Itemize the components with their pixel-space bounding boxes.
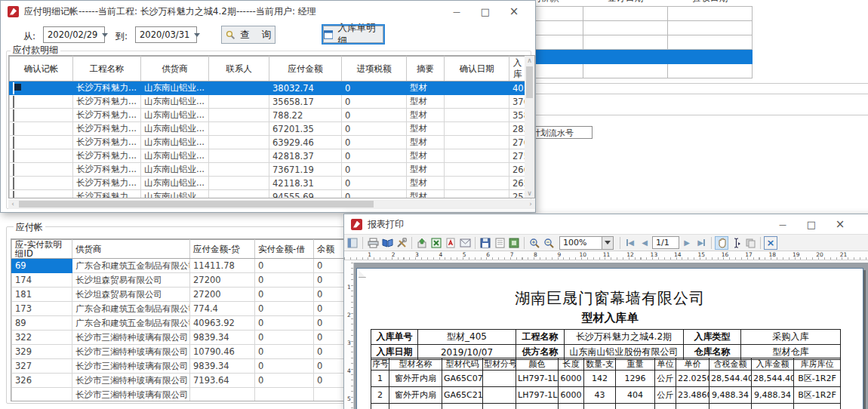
cell-supplier[interactable]: 广东合和建筑五金制品有限公司 (72, 302, 190, 316)
cell-supplier[interactable]: 长沙市三湘特种玻璃有限公司 (72, 359, 190, 374)
payables-row[interactable]: 长沙市三湘特种玻璃有限公司 (12, 388, 382, 402)
cell-supplier[interactable]: 山东南山铝业... (141, 190, 209, 199)
cell-contact[interactable] (209, 81, 269, 95)
cell-contact[interactable] (209, 149, 269, 163)
next-page-button[interactable]: ▶ (680, 236, 694, 250)
window1-titlebar[interactable]: 应付明细记帐------当前工程: 长沙万科魅力之城4.2期------当前用户… (1, 1, 535, 22)
close-button[interactable]: × (826, 215, 854, 233)
cell-tax[interactable]: 0 (342, 109, 407, 122)
detail-row[interactable]: 长沙万科魅力... 山东南山铝业... 35658.17 0 型材 376 (10, 95, 526, 109)
detail-column-header[interactable]: 入库 (509, 57, 526, 81)
cell-supplier[interactable]: 山东南山铝业... (141, 109, 209, 122)
confirm-checkbox[interactable] (13, 109, 14, 121)
cell-amount[interactable]: 42118.31 (269, 177, 342, 190)
cell-confirm-date[interactable] (445, 177, 509, 190)
entry-detail-button[interactable]: 入库单明细 (323, 26, 383, 43)
cell-tax[interactable]: 0 (342, 81, 407, 95)
cell-summary[interactable]: 型材 (407, 95, 445, 109)
detail-column-header[interactable]: 应付金额 (269, 57, 342, 81)
cell-id[interactable] (12, 388, 72, 402)
detail-row[interactable]: 长沙万科魅力... 山东南山铝业... 63929.46 0 型材 276 (10, 136, 526, 149)
detail-column-header[interactable]: 确认记帐 (10, 57, 73, 81)
cell-credit[interactable]: 11411.78 (190, 259, 255, 273)
contract-table-row[interactable] (499, 49, 753, 63)
archive-icon[interactable] (507, 236, 521, 250)
book-icon[interactable] (380, 236, 394, 250)
cell-confirm[interactable] (10, 163, 73, 177)
cell-amount[interactable]: 73671.19 (269, 163, 342, 177)
scroll-left-icon[interactable]: ‹ (8, 199, 17, 209)
first-page-button[interactable]: ◀ (623, 236, 637, 250)
payables-row[interactable]: 89 广东合和建筑五金制品有限公司 40963.92 0 0 (12, 316, 382, 331)
page-setup-icon[interactable] (493, 236, 506, 250)
cell-debit[interactable]: 0 (255, 331, 314, 345)
detail-row[interactable]: 长沙万科魅力... 山东南山铝业... 42818.37 0 型材 275 (10, 149, 526, 163)
scroll-right-icon[interactable]: › (526, 199, 535, 209)
confirm-checkbox[interactable] (13, 164, 14, 176)
cell-credit[interactable]: 27200 (190, 273, 255, 288)
confirm-checkbox[interactable] (13, 96, 14, 108)
cell-id[interactable]: 322 (12, 331, 72, 345)
cell-entry-no[interactable]: 358 (509, 109, 526, 122)
scrollbar-thumb[interactable] (526, 66, 533, 98)
cell-tax[interactable]: 0 (342, 95, 407, 109)
cell-id[interactable]: 69 (12, 259, 72, 273)
cell-id[interactable]: 89 (12, 316, 72, 331)
cell-debit[interactable]: 0 (255, 359, 314, 374)
cell-contact[interactable] (209, 95, 269, 109)
text-select-icon[interactable] (729, 236, 743, 250)
contract-table-row[interactable] (499, 63, 753, 78)
cell-id[interactable]: 329 (12, 345, 72, 359)
cell-credit[interactable]: 7193.64 (190, 374, 255, 388)
cell-supplier[interactable]: 山东南山铝业... (141, 81, 209, 95)
maximize-button[interactable]: □ (797, 215, 826, 233)
cell-tax[interactable]: 0 (342, 190, 407, 199)
cell-entry-no[interactable]: 266 (509, 163, 526, 177)
detail-column-header[interactable]: 工程名称 (73, 57, 141, 81)
last-page-button[interactable]: ▶ (694, 236, 708, 250)
cell-project[interactable]: 长沙万科魅力... (73, 136, 141, 149)
cell-project[interactable]: 长沙万科魅力... (73, 122, 141, 136)
detail-row[interactable]: 长沙万科魅力... 山东南山铝业... 67201.35 0 型材 283 (10, 122, 526, 136)
cell-project[interactable]: 长沙万科魅力... (73, 81, 141, 95)
cell-supplier[interactable]: 山东南山铝业... (141, 95, 209, 109)
cell-debit[interactable] (255, 388, 314, 402)
cell-summary[interactable]: 型材 (407, 109, 445, 122)
hand-tool-icon[interactable] (715, 236, 728, 250)
close-button[interactable]: × (500, 2, 528, 20)
cell-confirm-date[interactable] (445, 163, 509, 177)
cell-amount[interactable]: 67201.35 (269, 122, 342, 136)
confirm-checkbox[interactable] (13, 150, 14, 162)
export-icon[interactable] (415, 236, 429, 250)
cell-project[interactable]: 长沙万科魅力... (73, 163, 141, 177)
zoom-select[interactable]: 100% (559, 236, 614, 250)
cell-amount[interactable]: 38032.74 (269, 81, 342, 95)
cell-supplier[interactable]: 山东南山铝业... (141, 163, 209, 177)
cell-confirm-date[interactable] (445, 190, 509, 199)
minimize-button[interactable]: — (442, 2, 471, 20)
payables-row[interactable]: 173 广东合和建筑五金制品有限公司 774.4 0 0 (12, 302, 382, 316)
cell-id[interactable]: 173 (12, 302, 72, 316)
zoom-dropdown-button[interactable] (602, 237, 613, 249)
cell-entry-no[interactable]: 405 (509, 81, 526, 95)
cell-confirm-date[interactable] (445, 81, 509, 95)
horizontal-scrollbar[interactable]: ‹ › (8, 199, 535, 209)
design-view-icon[interactable] (346, 236, 359, 250)
payables-row[interactable]: 327 长沙市三湘特种玻璃有限公司 9839.34 0 0 (12, 359, 382, 374)
cell-debit[interactable]: 0 (255, 273, 314, 288)
page-number-field[interactable]: 1/1 (652, 236, 679, 249)
cell-confirm[interactable] (10, 177, 73, 190)
print-preview-area[interactable]: 12345 湖南巨晟门窗幕墙有限公司 型材入库单 入库单号 型材_405 工程名… (344, 263, 868, 409)
cell-supplier[interactable]: 长沙市三湘特种玻璃有限公司 (72, 374, 190, 388)
cell-confirm[interactable] (10, 122, 73, 136)
cell-credit[interactable]: 774.4 (190, 302, 255, 316)
detail-column-header[interactable]: 摘要 (407, 57, 445, 81)
cell-id[interactable]: 181 (12, 288, 72, 302)
cell-debit[interactable]: 0 (255, 259, 314, 273)
cell-entry-no[interactable]: 265 (509, 177, 526, 190)
cell-supplier[interactable]: 山东南山铝业... (141, 177, 209, 190)
cell-supplier[interactable]: 长沙坦森贸易有限公司 (72, 273, 190, 288)
payables-column-header[interactable]: 供货商 (72, 240, 190, 259)
cell-project[interactable]: 长沙万科魅力... (73, 190, 141, 199)
plan-serial-field[interactable]: 计划流水号 (529, 126, 593, 139)
